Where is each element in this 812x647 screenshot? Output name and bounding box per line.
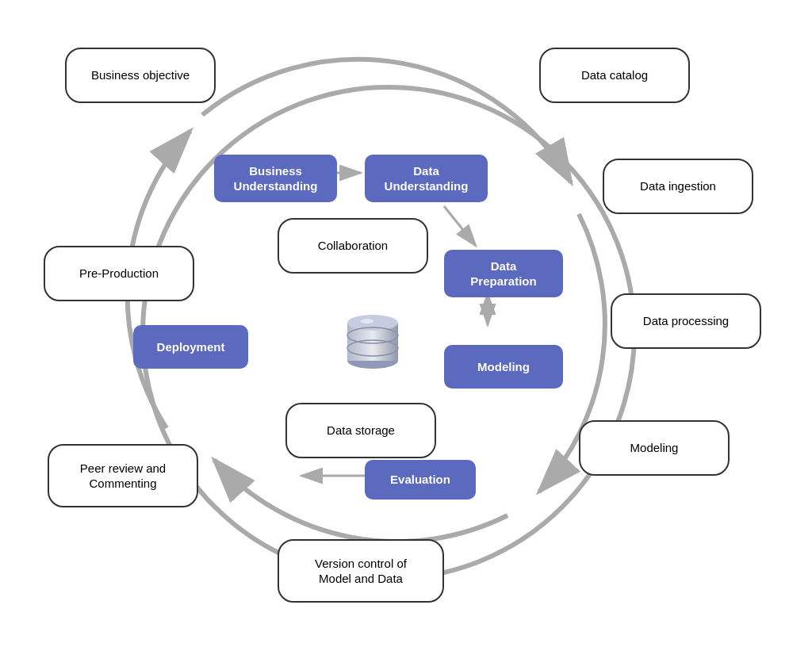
data-storage-label: Data storage: [327, 423, 395, 438]
pre-production-node: Pre-Production: [44, 246, 194, 301]
data-understanding-node: DataUnderstanding: [365, 155, 488, 202]
data-catalog-label: Data catalog: [581, 67, 648, 83]
business-understanding-node: BusinessUnderstanding: [214, 155, 337, 202]
data-ingestion-node: Data ingestion: [603, 159, 753, 214]
modeling-blue-label: Modeling: [477, 359, 530, 375]
svg-point-11: [361, 319, 373, 324]
deployment-label: Deployment: [157, 339, 225, 355]
data-understanding-label: DataUnderstanding: [385, 163, 469, 194]
data-catalog-node: Data catalog: [539, 48, 690, 103]
pre-production-label: Pre-Production: [79, 266, 159, 281]
data-ingestion-label: Data ingestion: [640, 178, 716, 194]
collaboration-node: Collaboration: [278, 218, 428, 274]
business-understanding-label: BusinessUnderstanding: [234, 163, 318, 194]
data-storage-node: Data storage: [285, 403, 436, 458]
peer-review-label: Peer review andCommenting: [80, 461, 166, 492]
business-objective-label: Business objective: [91, 67, 190, 83]
peer-review-node: Peer review andCommenting: [48, 444, 198, 507]
modeling-blue-node: Modeling: [444, 345, 563, 389]
modeling-outer-node: Modeling: [579, 420, 730, 476]
evaluation-label: Evaluation: [390, 472, 450, 488]
evaluation-node: Evaluation: [365, 460, 476, 500]
diagram-container: Business objective Data catalog Data ing…: [0, 0, 812, 647]
collaboration-label: Collaboration: [318, 238, 388, 254]
data-preparation-node: DataPreparation: [444, 250, 563, 297]
data-processing-label: Data processing: [643, 313, 729, 329]
modeling-outer-label: Modeling: [630, 440, 679, 456]
version-control-label: Version control ofModel and Data: [315, 556, 407, 587]
svg-point-8: [347, 315, 398, 331]
business-objective-node: Business objective: [65, 48, 216, 103]
deployment-node: Deployment: [133, 325, 248, 369]
version-control-node: Version control ofModel and Data: [278, 539, 444, 603]
data-processing-node: Data processing: [611, 293, 761, 349]
data-preparation-label: DataPreparation: [470, 258, 536, 289]
database-icon: [333, 301, 412, 381]
